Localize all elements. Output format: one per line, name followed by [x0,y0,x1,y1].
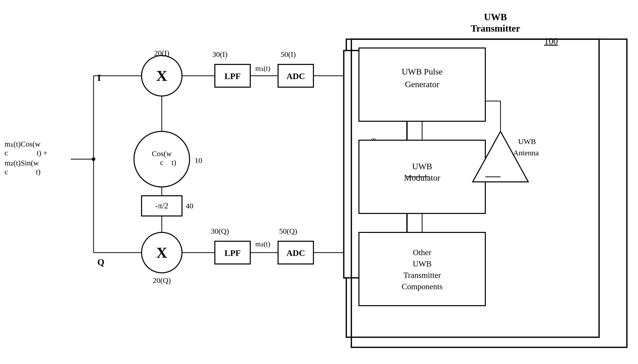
other-comp-label1: Other [413,248,431,257]
other-comp-label3: Transmitter [403,271,441,280]
ref-20Q: 20(Q) [153,276,171,285]
ref-50Q: 50(Q) [279,227,297,235]
lpf-Q-label: LPF [224,248,241,258]
phase-shift-label: -π/2 [155,201,168,210]
uwb-antenna-label2: Antenna [513,149,539,157]
diagram-container: UWB Transmitter 100 m₁(t)Cos(w c t) + m₂… [0,0,638,364]
ref-30Q: 30(Q) [211,227,229,235]
m2t-label: m₂(t) [255,240,270,248]
cos-label3: t) [172,158,176,167]
m1t-label: m₁(t) [255,64,270,72]
multiplier-Q-x: X [156,244,167,261]
other-comp-label4: Components [402,282,443,291]
label-Q: Q [97,257,104,267]
input-signal-label6: t) [36,167,40,176]
input-signal-label3: t) + [37,149,48,157]
cos-label2: c [160,158,163,166]
ref-30I: 30(I) [212,50,227,59]
ref-40: 40 [186,202,193,210]
ref-10: 10 [195,156,202,164]
uwb-antenna-label1: UWB [518,137,536,145]
input-signal-label4: m₂(t)Sin(w [5,159,39,167]
ref-100: 100 [544,36,558,46]
multiplier-I-x: X [156,67,167,84]
uwb-modulator-label2: Modulator [404,173,440,182]
ref-20I: 20(I) [154,49,169,57]
ref-50I: 50(I) [281,50,296,59]
uwb-pulse-gen-label1: UWB Pulse [402,67,443,76]
title-uwb: UWB [484,12,507,22]
adc-Q-label: ADC [286,248,305,258]
input-signal-label5: c [5,167,8,176]
uwb-pulse-gen-label2: Generator [405,80,440,89]
other-components-box [359,232,485,306]
uwb-modulator-label1: UWB [412,162,432,171]
other-comp-label2: UWB [413,259,432,268]
lpf-I-label: LPF [224,71,241,81]
cos-label: Cos(w [152,149,172,158]
input-signal-label: m₁(t)Cos(w [5,140,40,148]
title-transmitter: Transmitter [471,23,520,34]
input-signal-label2: c [5,149,8,157]
label-I: I [97,73,101,83]
adc-I-label: ADC [286,71,305,81]
